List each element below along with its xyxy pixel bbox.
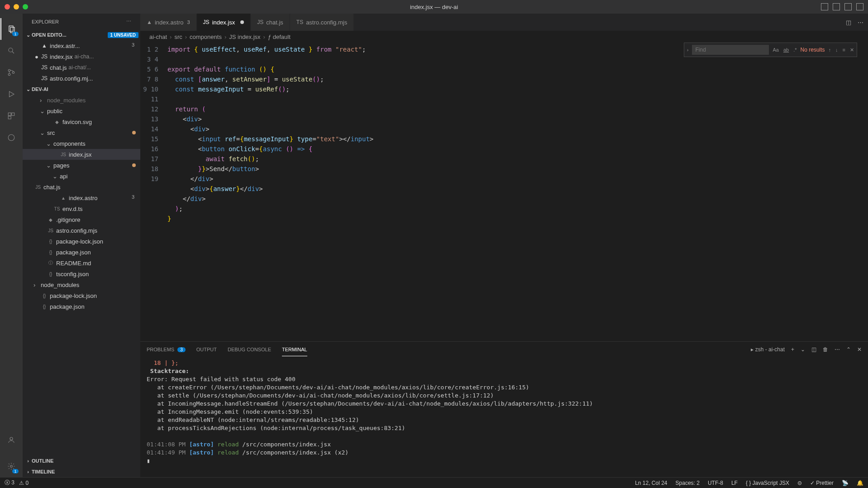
status-warnings[interactable]: ⚠ 0 — [19, 480, 29, 486]
open-editor-item[interactable]: JSastro.config.mj... — [23, 73, 140, 84]
tab-problems[interactable]: PROBLEMS 3 — [147, 343, 186, 356]
breadcrumb-item[interactable]: JS index.jsx — [229, 33, 260, 40]
open-editor-item[interactable]: ●JSindex.jsxai-cha... — [23, 51, 140, 62]
editor-body[interactable]: 1 2 3 4 5 6 7 8 9 10 11 12 13 14 15 16 1… — [140, 43, 868, 341]
editor-tab[interactable]: JSchat.js — [251, 14, 290, 31]
tab-terminal[interactable]: TERMINAL — [282, 343, 307, 356]
terminal-output[interactable]: 18 | }; Stacktrace: Error: Request faile… — [140, 357, 868, 477]
terminal-picker[interactable]: ▸ zsh - ai-chat — [751, 346, 785, 353]
terminal-line: Error: Request failed with status code 4… — [147, 376, 296, 383]
svg-line-3 — [12, 52, 14, 54]
file-tree-item[interactable]: JSchat.js — [23, 182, 140, 192]
cursor-position[interactable]: Ln 12, Col 24 — [635, 480, 667, 486]
expand-find-icon[interactable]: › — [686, 46, 690, 53]
file-tree-item[interactable]: {}package.json — [23, 301, 140, 312]
chevron-down-icon: ⌄ — [24, 32, 32, 38]
file-tree-item[interactable]: TSenv.d.ts — [23, 203, 140, 214]
file-tree-item[interactable]: ▲index.astro3 — [23, 192, 140, 203]
maximize-panel-icon[interactable]: ⌃ — [846, 346, 851, 353]
eol[interactable]: LF — [731, 480, 738, 486]
notifications-icon[interactable]: 🔔 — [857, 480, 863, 486]
close-panel-icon[interactable]: ✕ — [857, 346, 862, 353]
more-icon[interactable]: ⋯ — [126, 19, 131, 24]
file-tree-item[interactable]: {}package-lock.json — [23, 236, 140, 247]
breadcrumb-item[interactable]: components — [190, 33, 222, 40]
close-window[interactable] — [5, 4, 10, 10]
editor-tab[interactable]: TSastro.config.mjs — [290, 14, 354, 31]
split-terminal-icon[interactable]: ◫ — [811, 346, 816, 353]
open-editor-item[interactable]: JSchat.jsai-chat/... — [23, 62, 140, 73]
toggle-secondary-icon[interactable] — [844, 3, 852, 10]
minimize-window[interactable] — [14, 4, 19, 10]
explorer-icon[interactable]: 1 — [0, 18, 22, 40]
toggle-panel-icon[interactable] — [833, 3, 840, 10]
find-input[interactable] — [692, 45, 769, 55]
status-errors[interactable]: ⓧ 3 — [5, 479, 14, 487]
match-case-icon[interactable]: Aa — [772, 46, 779, 53]
edge-icon[interactable] — [0, 127, 22, 148]
open-editors-header[interactable]: ⌄ OPEN EDITO... 1 unsaved — [23, 29, 140, 40]
maximize-window[interactable] — [23, 4, 28, 10]
outline-label: OUTLINE — [32, 458, 53, 464]
more-terminal-icon[interactable]: ⋯ — [835, 346, 840, 353]
split-editor-icon[interactable]: ◫ — [846, 19, 851, 26]
file-tree-item[interactable]: ›node_modules — [23, 279, 140, 290]
encoding[interactable]: UTF-8 — [708, 480, 723, 486]
problems-badge: 3 — [177, 347, 186, 352]
feedback-icon[interactable]: 📡 — [842, 480, 849, 486]
editor-tab[interactable]: ▲index.astro3 — [140, 14, 197, 31]
breadcrumb-item[interactable]: ai-chat — [149, 33, 167, 40]
close-find-icon[interactable]: ✕ — [849, 46, 855, 54]
terminal-dropdown-icon[interactable]: ⌄ — [801, 346, 805, 353]
outline-header[interactable]: › OUTLINE — [23, 455, 140, 466]
file-tree-item[interactable]: {}tsconfig.json — [23, 268, 140, 279]
open-editor-item[interactable]: ▲index.astr...3 — [23, 40, 140, 51]
prettier-status[interactable]: ✓ Prettier — [810, 480, 834, 486]
line-gutter: 1 2 3 4 5 6 7 8 9 10 11 12 13 14 15 16 1… — [140, 43, 167, 341]
prev-match-icon[interactable]: ↑ — [828, 46, 832, 53]
file-tree-item[interactable]: {}package-lock.json — [23, 290, 140, 301]
search-icon[interactable] — [0, 40, 22, 62]
breadcrumb-item[interactable]: ƒ default — [268, 33, 291, 40]
account-icon[interactable] — [0, 429, 22, 451]
next-match-icon[interactable]: ↓ — [835, 46, 839, 53]
more-actions-icon[interactable]: ⋯ — [858, 19, 863, 26]
file-tree-item[interactable]: ⓘREADME.md — [23, 258, 140, 268]
code-content[interactable]: import { useEffect, useRef, useState } f… — [167, 43, 868, 341]
tab-debug[interactable]: DEBUG CONSOLE — [228, 343, 271, 356]
settings-icon[interactable]: 1 — [0, 455, 22, 477]
file-tree-item[interactable]: ⌄src — [23, 127, 140, 138]
editor-tabs: ▲index.astro3JSindex.jsxJSchat.jsTSastro… — [140, 14, 868, 31]
file-tree-item[interactable]: ⌄components — [23, 138, 140, 149]
terminal-path: /src/components/index.jsx — [242, 441, 331, 448]
file-tree-item[interactable]: JSindex.jsx — [23, 149, 140, 160]
file-tree-item[interactable]: ›node_modules — [23, 95, 140, 105]
breadcrumb-item[interactable]: src — [174, 33, 182, 40]
find-selection-icon[interactable]: ≡ — [842, 46, 846, 53]
regex-icon[interactable]: .* — [792, 46, 797, 53]
copilot-icon[interactable]: ⊝ — [797, 480, 802, 486]
project-header[interactable]: ⌄ DEV-AI — [23, 84, 140, 95]
file-tree-item[interactable]: JSastro.config.mjs — [23, 225, 140, 236]
source-control-icon[interactable] — [0, 62, 22, 83]
new-terminal-icon[interactable]: + — [791, 346, 794, 353]
indentation[interactable]: Spaces: 2 — [676, 480, 700, 486]
chevron-right-icon: › — [24, 469, 32, 474]
breadcrumb[interactable]: ai-chat›src›components›JS index.jsx›ƒ de… — [140, 31, 868, 43]
timeline-header[interactable]: › TIMELINE — [23, 466, 140, 477]
match-word-icon[interactable]: ab — [782, 46, 790, 53]
kill-terminal-icon[interactable]: 🗑 — [823, 346, 828, 353]
file-tree-item[interactable]: ◆.gitignore — [23, 214, 140, 225]
language-mode[interactable]: { } JavaScript JSX — [746, 480, 789, 486]
extensions-icon[interactable] — [0, 105, 22, 127]
file-tree-item[interactable]: {}package.json — [23, 247, 140, 258]
tab-output[interactable]: OUTPUT — [196, 343, 217, 356]
file-tree-item[interactable]: ⌄public — [23, 105, 140, 116]
run-debug-icon[interactable] — [0, 83, 22, 105]
file-tree-item[interactable]: ◆favicon.svg — [23, 116, 140, 127]
customize-layout-icon[interactable] — [856, 3, 863, 10]
editor-tab[interactable]: JSindex.jsx — [197, 14, 251, 31]
file-tree-item[interactable]: ⌄api — [23, 171, 140, 182]
toggle-sidebar-icon[interactable] — [821, 3, 828, 10]
file-tree-item[interactable]: ⌄pages — [23, 160, 140, 171]
